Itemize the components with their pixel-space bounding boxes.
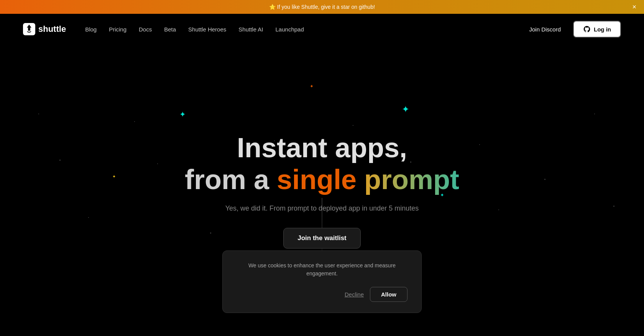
github-icon — [583, 25, 591, 33]
nav-link-shuttle-ai[interactable]: Shuttle AI — [238, 26, 263, 33]
hero-word-prompt: prompt — [356, 164, 459, 195]
banner-close-button[interactable]: × — [632, 3, 636, 10]
hero-title-prefix: from a — [185, 164, 277, 195]
nav-link-blog[interactable]: Blog — [85, 26, 97, 33]
shuttle-logo-icon — [23, 23, 35, 35]
decline-button[interactable]: Decline — [345, 291, 364, 298]
cookie-actions: Decline Allow — [237, 287, 407, 302]
star-decoration-2: ✦ — [402, 104, 409, 115]
allow-button[interactable]: Allow — [370, 287, 407, 302]
nav-link-shuttle-heroes[interactable]: Shuttle Heroes — [188, 26, 226, 33]
star-decoration-1: ✦ — [179, 110, 186, 119]
nav-links: Blog Pricing Docs Beta Shuttle Heroes Sh… — [85, 26, 523, 33]
nav-link-pricing[interactable]: Pricing — [109, 26, 127, 33]
hero-title-line1: Instant apps, — [237, 132, 407, 163]
nav-link-docs[interactable]: Docs — [139, 26, 152, 33]
navbar: shuttle Blog Pricing Docs Beta Shuttle H… — [0, 14, 644, 44]
nav-link-beta[interactable]: Beta — [164, 26, 176, 33]
hero-title-line2: from a single prompt — [185, 164, 459, 195]
join-discord-button[interactable]: Join Discord — [523, 23, 567, 36]
star-decoration-3: ✦ — [310, 84, 314, 89]
logo-text: shuttle — [38, 24, 66, 34]
nav-link-launchpad[interactable]: Launchpad — [276, 26, 304, 33]
hero-word-single: single — [277, 164, 356, 195]
hero-section: ✦ ✦ ✦ ✦ ✦ Instant apps, from a single pr… — [0, 44, 644, 336]
logo[interactable]: shuttle — [23, 23, 66, 35]
join-waitlist-button[interactable]: Join the waitlist — [283, 228, 361, 249]
login-button[interactable]: Log in — [573, 21, 621, 38]
announcement-banner: ⭐ If you like Shuttle, give it a star on… — [0, 0, 644, 14]
nav-actions: Join Discord Log in — [523, 21, 621, 38]
star-decoration-4: ✦ — [112, 174, 116, 179]
login-label: Log in — [594, 26, 611, 33]
cookie-text: We use cookies to enhance the user exper… — [237, 262, 407, 278]
hero-title: Instant apps, from a single prompt — [185, 132, 459, 196]
hero-subtitle: Yes, we did it. From prompt to deployed … — [225, 204, 419, 212]
banner-text: ⭐ If you like Shuttle, give it a star on… — [269, 4, 375, 10]
cookie-banner: We use cookies to enhance the user exper… — [222, 250, 422, 313]
